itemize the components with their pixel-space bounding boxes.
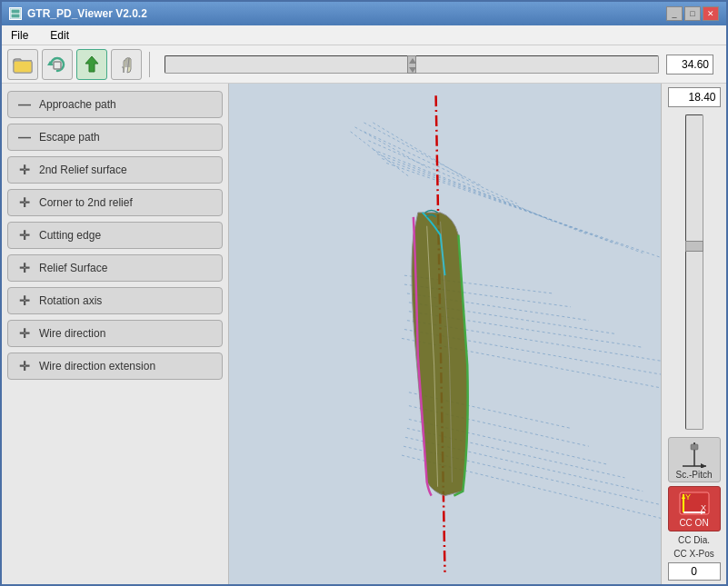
- menu-file[interactable]: File: [5, 28, 34, 43]
- sidebar-item-wire-direction[interactable]: ✛ Wire direction: [7, 320, 223, 347]
- top-slider[interactable]: [165, 55, 659, 74]
- minimize-button[interactable]: _: [666, 6, 683, 21]
- sidebar-label: 2nd Relief surface: [39, 164, 127, 176]
- window-title: GTR_PD_Viewer V2.0.2: [27, 7, 147, 20]
- sc-pitch-label: Sc.-Pitch: [675, 470, 712, 480]
- plus-icon: ✛: [17, 261, 32, 275]
- sidebar-item-wire-direction-extension[interactable]: ✛ Wire direction extension: [7, 353, 223, 380]
- app-icon: [9, 7, 22, 20]
- sidebar-label: Cutting edge: [39, 229, 101, 242]
- sidebar-item-cutting-edge[interactable]: ✛ Cutting edge: [7, 222, 223, 249]
- svg-marker-7: [409, 58, 416, 64]
- sidebar-label: Relief Surface: [39, 262, 107, 274]
- minus-icon: —: [17, 97, 32, 112]
- sidebar-item-escape-path[interactable]: — Escape path: [7, 124, 223, 151]
- slider-value-input[interactable]: [666, 55, 713, 74]
- sidebar: — Approache path — Escape path ✛ 2nd Rel…: [2, 84, 229, 584]
- svg-marker-8: [409, 67, 416, 73]
- cc-on-button[interactable]: Y X CC ON: [668, 486, 721, 531]
- minus-icon: —: [17, 130, 32, 144]
- sidebar-label: Wire direction: [39, 327, 105, 340]
- sidebar-item-corner-to-2nd-relief[interactable]: ✛ Corner to 2nd relief: [7, 189, 223, 216]
- main-window: GTR_PD_Viewer V2.0.2 _ □ ✕ File Edit: [0, 0, 728, 586]
- cc-xpos-label: CC X-Pos: [673, 549, 713, 559]
- refresh-button[interactable]: [42, 49, 73, 80]
- cc-xpos-input[interactable]: [668, 562, 721, 581]
- svg-rect-40: [691, 444, 698, 450]
- close-button[interactable]: ✕: [703, 6, 719, 21]
- top-slider-container: [157, 55, 721, 74]
- toolbar: [2, 45, 726, 84]
- menu-edit[interactable]: Edit: [45, 28, 75, 43]
- plus-icon: ✛: [17, 293, 32, 308]
- sidebar-item-2nd-relief-surface[interactable]: ✛ 2nd Relief surface: [7, 156, 223, 184]
- sidebar-item-rotation-axis[interactable]: ✛ Rotation axis: [7, 287, 223, 314]
- sidebar-label: Rotation axis: [39, 294, 102, 307]
- slider-thumb[interactable]: [407, 55, 416, 74]
- sidebar-label: Wire direction extension: [39, 360, 155, 372]
- sidebar-item-approach-path[interactable]: — Approache path: [7, 91, 223, 118]
- vertical-slider-thumb[interactable]: [685, 241, 703, 252]
- upload-button[interactable]: [76, 49, 107, 80]
- sidebar-label: Corner to 2nd relief: [39, 196, 133, 209]
- sidebar-item-relief-surface[interactable]: ✛ Relief Surface: [7, 254, 223, 282]
- restore-button[interactable]: □: [684, 6, 701, 21]
- title-bar: GTR_PD_Viewer V2.0.2 _ □ ✕: [2, 2, 726, 25]
- menu-bar: File Edit: [2, 25, 726, 45]
- sc-pitch-button[interactable]: Sc.-Pitch: [668, 437, 721, 482]
- open-folder-button[interactable]: [7, 49, 38, 80]
- plus-icon: ✛: [17, 228, 32, 243]
- right-value-input[interactable]: [668, 87, 721, 107]
- svg-rect-3: [14, 61, 32, 73]
- sidebar-label: Escape path: [39, 131, 100, 144]
- main-area: — Approache path — Escape path ✛ 2nd Rel…: [2, 84, 726, 584]
- toolbar-separator: [149, 52, 150, 77]
- sidebar-label: Approache path: [39, 98, 116, 111]
- right-panel: Sc.-Pitch Y X CC ON CC Dia. CC X-P: [661, 84, 726, 584]
- hand-tool-button[interactable]: [111, 49, 142, 80]
- plus-icon: ✛: [17, 359, 32, 373]
- vertical-slider[interactable]: [685, 114, 703, 430]
- svg-text:Y: Y: [685, 492, 691, 502]
- plus-icon: ✛: [17, 163, 32, 177]
- svg-text:X: X: [701, 503, 706, 512]
- viewport[interactable]: [229, 84, 661, 584]
- svg-rect-5: [54, 62, 61, 69]
- plus-icon: ✛: [17, 195, 32, 210]
- cc-dia-label: CC Dia.: [678, 535, 710, 545]
- cc-on-label: CC ON: [679, 518, 708, 528]
- svg-marker-6: [85, 56, 98, 72]
- plus-icon: ✛: [17, 326, 32, 341]
- window-controls: _ □ ✕: [666, 6, 719, 21]
- right-slider-container: [685, 111, 703, 433]
- viewport-canvas: [229, 84, 661, 584]
